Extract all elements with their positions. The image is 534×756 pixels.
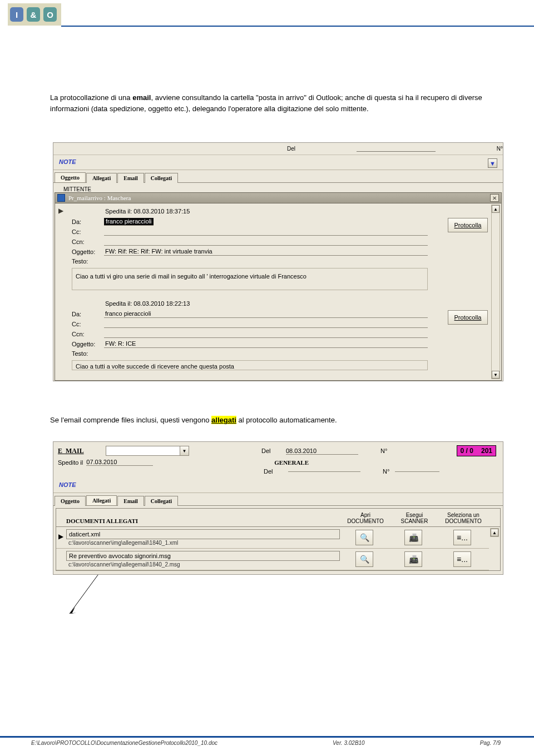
del-field[interactable] [357,146,436,152]
tabs: Oggetto Allegati Email Collegati [53,170,503,183]
testo-label: Testo: [72,258,104,265]
num-label-2: N° [380,447,387,454]
tab-collegati[interactable]: Collegati [145,173,178,183]
note-label: NOTE ▼ [53,155,503,170]
close-icon[interactable]: ✕ [490,194,499,202]
attachment-filename-1[interactable]: daticert.xml [66,529,340,539]
protocolla-button[interactable]: Protocolla [448,218,488,232]
da-label-2: Da: [72,311,104,317]
attachment-list: ▲ ▶ daticert.xml c:\lavoro\scanner\img\a… [56,527,501,571]
tab-oggetto[interactable]: Oggetto [55,172,86,182]
attachment-scrollbar[interactable]: ▲ [490,528,499,537]
open-doc-button-1[interactable]: 🔍 [355,530,373,545]
status-count: 0 / 0 [461,447,473,455]
logo-char-amp: & [27,7,40,22]
num-label: N° [497,146,503,152]
da-label: Da: [72,218,104,225]
cc-label: Cc: [72,228,104,235]
mail-list-panel: ▲ ▼ ▶ Spedita il: 08.03.2010 18:37:15 Da… [55,203,502,381]
pick-doc-button-1[interactable]: ≡... [453,530,471,545]
dropdown-arrow-icon[interactable]: ▼ [488,158,497,168]
note-label-2: NOTE [53,478,503,493]
para1-bold: email [132,93,151,102]
scan-button-2[interactable]: 📠 [404,551,422,567]
da-value-2[interactable]: franco pieraccioli [104,310,428,318]
mail-record-1: ▶ Spedita il: 08.03.2010 18:37:15 Da: fr… [55,203,501,296]
generale-label: GENERALE [274,459,309,466]
paragraph-2: Se l'email comprende files inclusi, ques… [0,381,534,431]
ccn-label-2: Ccn: [72,331,104,337]
tab2-oggetto[interactable]: Oggetto [55,496,86,506]
record-marker-icon-2: ▶ [58,533,63,540]
mail-record-2: Spedita il: 08.03.2010 18:22:13 Da: fran… [55,296,501,376]
oggetto-value-2[interactable]: FW: R: ICE [104,340,428,348]
testo-value[interactable]: Ciao a tutti vi giro una serie di mail i… [72,268,428,290]
ccn-value[interactable] [104,238,428,246]
status-year: 201 [481,447,492,455]
footer-page: Pag. 7/9 [480,740,501,746]
col-pick: Seleziona unDOCUMENTO [439,512,488,524]
tab2-allegati[interactable]: Allegati [86,495,117,505]
para1-text-a: La protocollazione di una [50,93,132,102]
form-icon [57,194,65,202]
attachment-path-2: c:\lavoro\scanner\img\allegemail\1840_2.… [66,561,182,568]
chevron-down-icon[interactable]: ▼ [180,446,189,456]
testo-value-2[interactable]: Ciao a tutti a volte succede di ricevere… [72,360,428,370]
del-label: Del [287,146,295,152]
page-footer: E:\Lavoro\PROTOCOLLO\DocumentazioneGesti… [0,736,534,756]
footer-version: Ver. 3.02B10 [333,740,365,746]
spedita-row-2: Spedita il: 08.03.2010 18:22:13 [72,298,489,309]
del-value[interactable]: 08.03.2010 [286,447,358,455]
allegati-window: E_MAIL ▼ Del08.03.2010 N° 0 / 0 201 Sped… [53,441,503,575]
subwindow-titlebar: Pr_mailarrivo : Maschera ✕ [55,192,502,203]
num2-value[interactable] [395,471,439,472]
del2-value[interactable] [288,471,360,472]
footer-divider [0,736,534,738]
del-label-2: Del [261,447,284,454]
tab2-collegati[interactable]: Collegati [145,496,178,506]
num2-label: N° [383,468,389,475]
para2-text-b: al protocollo automaticamente. [236,416,337,424]
footer-path: E:\Lavoro\PROTOCOLLO\DocumentazioneGesti… [31,740,217,746]
attachment-filename-2[interactable]: Re preventivo avvocato signorini.msg [66,551,340,561]
del2-label: Del [264,468,286,475]
para2-highlight: allegati [211,416,236,424]
protocolla-button-2[interactable]: Protocolla [448,310,488,325]
tab2-email[interactable]: Email [117,496,144,506]
email-select[interactable]: ▼ [106,446,189,456]
testo-label-2: Testo: [72,350,104,357]
tabs-2: Oggetto Allegati Email Collegati [53,493,503,506]
scan-button-1[interactable]: 📠 [404,530,422,545]
spedita-row: Spedita il: 08.03.2010 18:37:15 [72,206,489,217]
attachments-header: DOCUMENTI ALLEGATI ApriDOCUMENTO EseguiS… [56,508,501,527]
cc-value-2[interactable] [104,320,428,328]
cc-value[interactable] [104,228,428,236]
email-label: E_MAIL [58,447,102,455]
ccn-value-2[interactable] [104,330,428,338]
mail-arrivo-window: Del N° NOTE ▼ Oggetto Allegati Email Col… [53,142,503,381]
da-value[interactable]: franco pieraccioli [104,218,154,226]
oggetto-label-2: Oggetto: [72,341,104,347]
subwindow-title: Pr_mailarrivo : Maschera [68,195,490,201]
tab-allegati[interactable]: Allegati [86,173,117,183]
pick-doc-button-2[interactable]: ≡... [453,551,471,567]
attachment-row-1: ▶ daticert.xml c:\lavoro\scanner\img\all… [56,527,489,549]
tab-email[interactable]: Email [117,173,144,183]
attachments-title: DOCUMENTI ALLEGATI [66,518,341,524]
open-doc-button-2[interactable]: 🔍 [355,551,373,567]
para2-text-a: Se l'email comprende files inclusi, ques… [50,416,211,424]
col-scan: EseguiSCANNER [390,512,439,524]
svg-marker-1 [70,607,76,614]
mittente-label: MITTENTE [53,183,503,192]
logo-char-i: I [10,7,23,22]
status-badge: 0 / 0 201 [457,445,496,456]
header-divider [61,26,534,27]
paragraph-1: La protocollazione di una email, avviene… [0,31,534,120]
spedito-value[interactable]: 07.03.2010 [86,459,153,466]
upper-fields: Del N° [53,143,503,155]
oggetto-value[interactable]: FW: Rif: RE: Rif: FW: int virtuale tranv… [104,248,428,256]
oggetto-label: Oggetto: [72,248,104,255]
scroll-up-icon-2[interactable]: ▲ [491,529,498,536]
logo-char-o: O [43,7,57,22]
record-marker-icon: ▶ [58,207,63,215]
